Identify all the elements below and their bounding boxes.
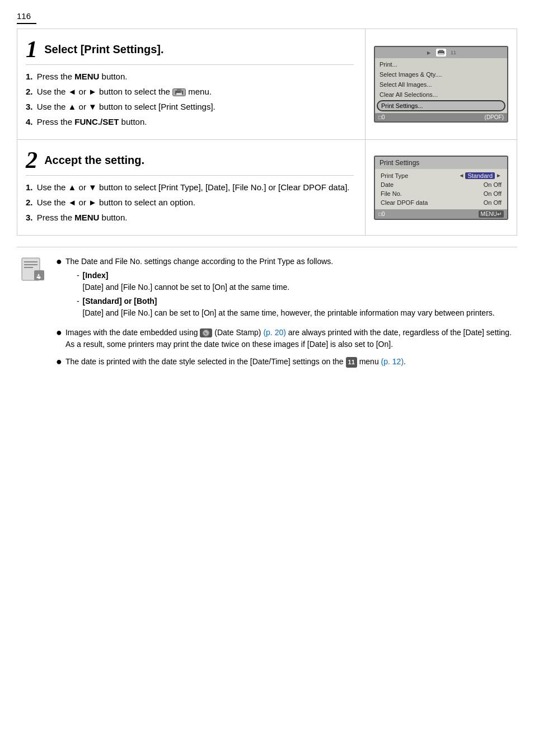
link-p12[interactable]: (p. 12) <box>381 357 404 366</box>
lcd-value-dpof: On Off <box>484 199 502 206</box>
lcd-settings-title: Print Settings <box>375 157 507 169</box>
print-icon-active <box>436 49 446 57</box>
sub-note-standard: - [Standard] or [Both] [Date] and [File … <box>77 295 495 319</box>
date-stamp-svg <box>202 329 210 337</box>
lcd-screen-1: ▶ 11 Print... Select Images & Qty.... Se… <box>374 46 508 123</box>
step1-items: 1. Press the MENU button. 2. Use the or … <box>26 71 354 128</box>
note-bullet-3: ● The date is printed with the date styl… <box>56 356 514 368</box>
step1-item1-num: 1. <box>26 72 33 81</box>
lcd-item-print-settings: Print Settings... <box>377 100 505 111</box>
step2-item3: 3. Press the MENU button. <box>26 212 354 223</box>
step2-item2: 2. Use the or button to select an option… <box>26 196 354 208</box>
standard-label: [Standard] or [Both] <box>83 297 157 306</box>
lcd-row-dpof: Clear DPOF data On Off <box>375 198 507 207</box>
svg-rect-5 <box>439 50 443 51</box>
lcd-menu-btn: MENU↵ <box>479 210 504 218</box>
step2-right: Print Settings Print Type Standard Date … <box>366 140 517 235</box>
step1-right: ▶ 11 Print... Select Images & Qty.... Se… <box>366 29 517 139</box>
step1-menu-bold: MENU <box>74 72 99 81</box>
print-type-left-arrow <box>459 172 465 179</box>
down-arrow-2 <box>88 181 97 193</box>
step2-number: 2 <box>26 148 38 172</box>
lcd-value-print-type: Standard <box>459 172 502 179</box>
svg-rect-9 <box>24 264 38 265</box>
svg-rect-10 <box>24 267 33 268</box>
right-arrow-2 <box>88 196 97 208</box>
step1-item3: 3. Use the or button to select [Print Se… <box>26 101 354 112</box>
print-type-right-arrow <box>496 172 502 179</box>
step2-item3-num: 3. <box>26 213 33 222</box>
svg-rect-2 <box>176 93 182 95</box>
step2-title: Accept the setting. <box>44 154 144 166</box>
notes-content: ● The Date and File No. settings change … <box>56 256 514 373</box>
note-text-2: Images with the date embedded using (Dat… <box>65 327 514 350</box>
sub-notes-1: - [Index] [Date] and [File No.] cannot b… <box>77 270 495 319</box>
sub-note-index-text: [Index] [Date] and [File No.] cannot be … <box>83 270 290 293</box>
lcd-label-dpof: Clear DPOF data <box>381 199 428 206</box>
lcd-item-select-all: Select All Images... <box>375 79 507 90</box>
print-icon-inner <box>437 50 445 56</box>
lcd-label-fileno: File No. <box>381 190 402 197</box>
svg-rect-12 <box>38 276 40 276</box>
note-icon-svg <box>20 256 46 283</box>
link-p20[interactable]: (p. 20) <box>263 328 285 337</box>
print-menu-icon <box>172 88 186 96</box>
left-arrow-2 <box>68 196 77 208</box>
svg-rect-8 <box>24 261 38 262</box>
page-number: 116 <box>17 11 36 24</box>
svg-point-3 <box>181 92 182 93</box>
lcd-menu-items-1: Print... Select Images & Qty.... Select … <box>375 58 507 113</box>
step1-title-row: 1 Select [Print Settings]. <box>26 37 354 65</box>
bullet-dot-1: ● <box>56 256 62 266</box>
right-arrow-1 <box>88 86 97 97</box>
step1-item4-num: 4. <box>26 117 33 126</box>
step1-item1: 1. Press the MENU button. <box>26 71 354 82</box>
svg-rect-1 <box>177 89 181 91</box>
step1-left: 1 Select [Print Settings]. 1. Press the … <box>17 29 366 139</box>
lcd-bottom-left-1: □0 <box>378 114 385 120</box>
print-type-value: Standard <box>465 172 495 179</box>
up-arrow-1 <box>68 101 77 112</box>
step2-left: 2 Accept the setting. 1. Use the or butt… <box>17 140 366 235</box>
sub-note-index: - [Index] [Date] and [File No.] cannot b… <box>77 270 495 293</box>
lcd-footer-left: □0 <box>378 211 385 217</box>
notes-section: ● The Date and File No. settings change … <box>17 247 517 373</box>
bullet-dot-2: ● <box>56 327 62 337</box>
lcd-settings-screen: Print Settings Print Type Standard Date … <box>374 156 508 220</box>
step1-item4: 4. Press the FUNC./SET button. <box>26 116 354 128</box>
note-text-3: The date is printed with the date style … <box>65 356 406 368</box>
print-icon-svg <box>175 89 184 96</box>
lcd-row-date: Date On Off <box>375 180 507 189</box>
clock-menu-icon: 11 <box>346 357 357 368</box>
step2-item1: 1. Use the or button to select [Print Ty… <box>26 181 354 193</box>
note-text-1: The Date and File No. settings change ac… <box>65 256 495 321</box>
step2-menu-bold: MENU <box>74 213 99 222</box>
down-arrow-1 <box>88 101 97 112</box>
lcd-bottom-right-1: (DPOF) <box>485 114 504 120</box>
step1-item3-num: 3. <box>26 102 33 111</box>
step1-number: 1 <box>26 37 38 61</box>
lcd-item-print: Print... <box>375 59 507 69</box>
sub-dash-2: - <box>77 295 79 319</box>
lcd-value-date: On Off <box>484 181 502 188</box>
lcd-value-fileno: On Off <box>484 190 502 197</box>
date-stamp-icon <box>200 328 212 337</box>
step1-section: 1 Select [Print Settings]. 1. Press the … <box>17 29 517 139</box>
lcd-row-fileno: File No. On Off <box>375 189 507 198</box>
step1-title: Select [Print Settings]. <box>44 43 163 55</box>
page-container: 116 1 Select [Print Settings]. 1. Press … <box>0 0 534 756</box>
sub-note-standard-text: [Standard] or [Both] [Date] and [File No… <box>83 295 495 319</box>
step2-item1-num: 1. <box>26 182 33 192</box>
note-icon-container <box>20 256 48 373</box>
step2-title-row: 2 Accept the setting. <box>26 148 354 176</box>
lcd-settings-body: Print Type Standard Date On Off File No. <box>375 169 507 209</box>
svg-point-13 <box>39 278 40 279</box>
step2-item2-num: 2. <box>26 198 33 207</box>
lcd-item-select-images: Select Images & Qty.... <box>375 69 507 79</box>
step1-item2: 2. Use the or button to select the menu. <box>26 86 354 97</box>
lcd-item-clear-all: Clear All Selections... <box>375 90 507 100</box>
left-arrow-1 <box>68 86 77 97</box>
play-icon: ▶ <box>424 49 434 57</box>
lcd-label-print-type: Print Type <box>381 172 408 179</box>
lcd-bottom-bar-1: □0 (DPOF) <box>375 113 507 121</box>
